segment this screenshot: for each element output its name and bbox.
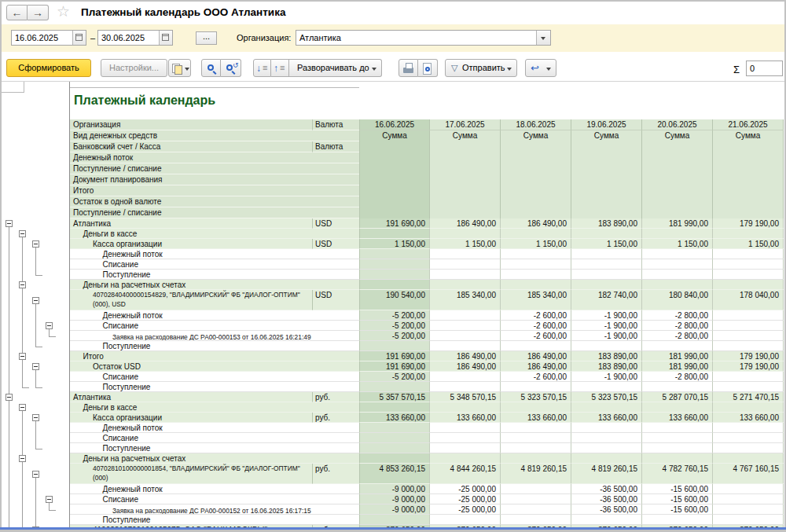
date-from-value: 16.06.2025 bbox=[15, 33, 58, 42]
send-button[interactable]: ▽ Отправить bbox=[445, 59, 517, 77]
report-cell-value: 183 890,00 bbox=[571, 218, 642, 229]
date-to-input[interactable]: 30.06.2025 bbox=[97, 30, 173, 46]
report-cell-value bbox=[713, 249, 784, 259]
report-row-name: Денежный поток bbox=[69, 310, 312, 321]
period-more-button[interactable]: ... bbox=[196, 31, 217, 45]
back-button[interactable]: ← bbox=[6, 5, 28, 20]
report-date-header: 18.06.2025 bbox=[501, 119, 571, 130]
report-cell-value: -15 600,00 bbox=[642, 494, 713, 504]
organization-dropdown-button[interactable] bbox=[536, 31, 550, 45]
report-cell-value: 4 782 760,15 bbox=[642, 464, 713, 484]
report-cell-value: 4 819 260,15 bbox=[571, 464, 642, 484]
report-cell-value bbox=[430, 453, 501, 464]
report-cell-value: -2 800,00 bbox=[642, 331, 713, 341]
report-row-currency: руб. bbox=[312, 464, 359, 484]
date-from-input[interactable]: 16.06.2025 bbox=[11, 30, 86, 46]
report-cell-value: -5 200,00 bbox=[359, 331, 430, 341]
tree-expander[interactable] bbox=[32, 240, 39, 248]
report-cell-value: 186 490,00 bbox=[430, 351, 501, 361]
tree-expander[interactable] bbox=[32, 363, 39, 370]
tree-expander[interactable] bbox=[46, 496, 53, 503]
tree-expander[interactable] bbox=[19, 230, 26, 237]
report-cell-value: 185 340,00 bbox=[501, 290, 571, 310]
app-window: ← → ☆ Платежный календарь ООО Атлантика … bbox=[0, 0, 786, 532]
report-cell-value bbox=[713, 402, 784, 413]
sum-field[interactable]: 0 bbox=[746, 61, 783, 76]
report-row-currency bbox=[312, 310, 359, 321]
report-cell-value: 4 767 160,15 bbox=[713, 464, 784, 484]
search-next-button[interactable]: ↺ bbox=[221, 59, 241, 77]
undo-button[interactable]: ↩ bbox=[525, 59, 556, 77]
tree-expander[interactable] bbox=[6, 220, 13, 227]
report-cell-value bbox=[571, 229, 642, 239]
report-cell-value bbox=[713, 310, 784, 321]
report-cell-value: -1 900,00 bbox=[571, 372, 642, 382]
report-cell-value bbox=[642, 423, 713, 433]
report-cell-value: 179 190,00 bbox=[713, 361, 784, 372]
report-cell-value bbox=[430, 310, 501, 321]
report-cell-value bbox=[501, 504, 571, 515]
expand-all-button[interactable]: ↓≡ bbox=[253, 59, 271, 77]
collapse-all-button[interactable]: ↑≡ bbox=[271, 59, 289, 77]
report-cell-value: 191 690,00 bbox=[359, 361, 430, 372]
tree-expander[interactable] bbox=[19, 455, 26, 462]
date-from-calendar-button[interactable] bbox=[72, 31, 86, 45]
report-cell-value bbox=[571, 249, 642, 259]
report-row-name: Деньги на расчетных счетах bbox=[69, 280, 312, 290]
report-cell-value bbox=[501, 341, 571, 351]
favorite-star-icon[interactable]: ☆ bbox=[57, 2, 70, 20]
expand-to-button[interactable]: Разворачивать до bbox=[289, 59, 382, 77]
tree-connector-line bbox=[22, 288, 23, 353]
send-label: Отправить bbox=[462, 63, 505, 72]
report-cell-value bbox=[430, 443, 501, 453]
report-cell-value: 133 660,00 bbox=[571, 413, 642, 423]
tree-expander[interactable] bbox=[32, 414, 39, 421]
report-cell-value bbox=[642, 259, 713, 270]
report-row-name: Поступление bbox=[69, 443, 312, 453]
report-cell-value: 180 840,00 bbox=[642, 290, 713, 310]
report-cell-value bbox=[501, 423, 571, 433]
report-row-currency bbox=[312, 484, 359, 494]
report-cell-value bbox=[430, 341, 501, 351]
print-button[interactable] bbox=[399, 59, 418, 77]
report-cell-value bbox=[359, 341, 430, 351]
tree-expander[interactable] bbox=[19, 281, 26, 288]
report-row-currency: руб. bbox=[312, 392, 359, 402]
forward-button[interactable]: → bbox=[28, 5, 49, 20]
tree-expander[interactable] bbox=[19, 353, 26, 360]
report-cell-value bbox=[642, 453, 713, 464]
tree-connector-tick bbox=[35, 449, 42, 449]
date-to-calendar-button[interactable] bbox=[159, 31, 172, 45]
tree-connector-tick bbox=[22, 387, 29, 388]
report-row-currency bbox=[312, 402, 359, 413]
report-cell-value: 5 323 570,15 bbox=[501, 392, 571, 402]
report-variants-button[interactable] bbox=[168, 59, 191, 77]
tree-connector-line bbox=[35, 304, 36, 347]
report-cell-value bbox=[430, 402, 501, 413]
report-cell-value bbox=[501, 402, 571, 413]
tree-expander[interactable] bbox=[19, 404, 26, 411]
forward-icon: → bbox=[32, 6, 43, 19]
organization-combo[interactable]: Атлантика bbox=[296, 30, 551, 46]
settings-button[interactable]: Настройки... bbox=[101, 59, 167, 77]
generate-button[interactable]: Сформировать bbox=[6, 59, 91, 77]
report-date-header: 19.06.2025 bbox=[571, 119, 642, 130]
calendar-icon bbox=[75, 34, 83, 41]
tree-expander[interactable] bbox=[32, 297, 39, 304]
generate-label: Сформировать bbox=[7, 63, 90, 72]
tree-expander[interactable] bbox=[46, 322, 53, 329]
report-cell-value: 133 660,00 bbox=[359, 413, 430, 423]
report-row-name: Касса организации bbox=[69, 239, 312, 249]
report-cell-value: 4 844 260,15 bbox=[430, 464, 501, 484]
report-cell-value: -9 000,00 bbox=[359, 504, 430, 515]
date-to-value: 30.06.2025 bbox=[101, 33, 145, 42]
print-preview-button[interactable] bbox=[418, 59, 438, 77]
report-row-name: Атлантика bbox=[69, 392, 312, 402]
report-cell-value: 1 150,00 bbox=[430, 239, 501, 249]
tree-expander[interactable] bbox=[6, 394, 13, 401]
tree-expander[interactable] bbox=[32, 471, 39, 478]
report-row-name: Итого bbox=[69, 351, 312, 361]
report-cell-value: -2 800,00 bbox=[642, 372, 713, 382]
search-button[interactable] bbox=[201, 59, 221, 77]
report-cell-value: 5 287 070,15 bbox=[642, 392, 713, 402]
